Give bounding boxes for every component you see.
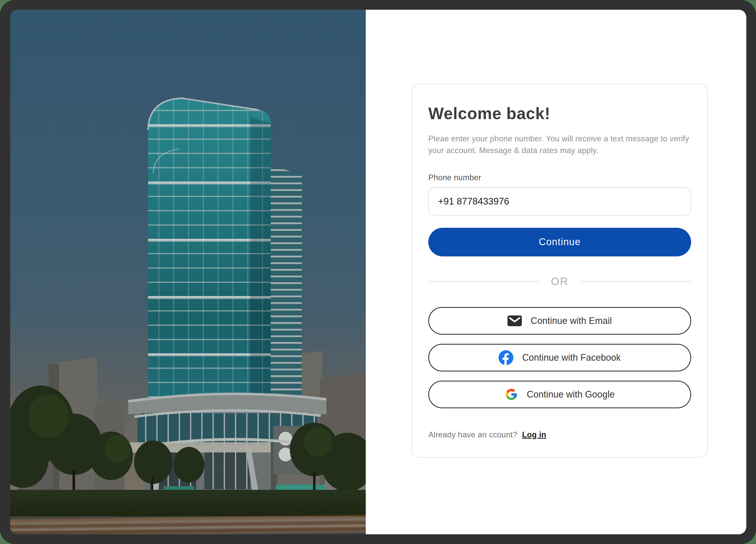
or-divider: OR	[428, 275, 691, 288]
divider-line-right	[580, 281, 691, 282]
log-in-link[interactable]: Log in	[522, 430, 546, 439]
hero-image	[10, 10, 366, 534]
continue-with-email-button[interactable]: Continue with Email	[428, 307, 691, 335]
divider-label: OR	[551, 275, 569, 288]
facebook-button-label: Continue with Facebook	[522, 352, 621, 363]
dim-overlay	[10, 10, 366, 534]
screenshot-stage: Welcome back! Pleae enter your phone num…	[0, 0, 756, 544]
continue-with-google-button[interactable]: Continue with Google	[428, 381, 691, 408]
phone-label: Phone number	[428, 173, 691, 182]
page-subtitle: Pleae enter your phone number. You will …	[428, 133, 691, 157]
facebook-icon	[499, 350, 513, 365]
email-button-label: Continue with Email	[530, 316, 612, 326]
hero-scene	[10, 10, 366, 534]
phone-input[interactable]	[428, 187, 691, 215]
email-icon	[507, 316, 522, 326]
auth-card: Welcome back! Pleae enter your phone num…	[412, 84, 708, 458]
google-button-label: Continue with Google	[527, 389, 615, 400]
footer-text: Already have an ccount?	[428, 430, 517, 439]
continue-button[interactable]: Continue	[428, 228, 691, 256]
auth-panel: Welcome back! Pleae enter your phone num…	[366, 10, 746, 534]
page-title: Welcome back!	[428, 104, 691, 123]
google-icon	[505, 388, 518, 401]
footer: Already have an ccount? Log in	[428, 430, 691, 440]
window-content: Welcome back! Pleae enter your phone num…	[10, 10, 746, 534]
continue-with-facebook-button[interactable]: Continue with Facebook	[428, 344, 691, 372]
divider-line-left	[428, 281, 540, 282]
